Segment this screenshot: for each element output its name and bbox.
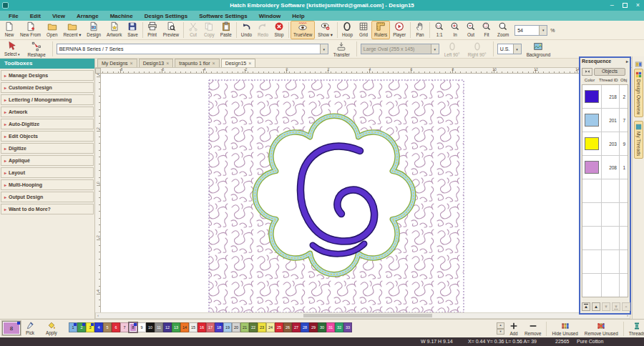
hoop-button[interactable]: Hoop: [339, 21, 356, 39]
zoom-level-combobox[interactable]: 54 ▾: [514, 25, 547, 36]
palette-swatch-31[interactable]: 31: [326, 322, 335, 332]
palette-swatch-11[interactable]: 11: [155, 322, 163, 332]
palette-swatch-17[interactable]: 17: [206, 322, 215, 332]
zoom-button[interactable]: Zoom: [494, 21, 512, 39]
palette-swatch-19[interactable]: 19: [223, 322, 232, 332]
side-tab-my-threads[interactable]: My Threads: [634, 121, 643, 159]
menu-edit[interactable]: Edit: [24, 11, 47, 21]
fit-button[interactable]: Fit: [479, 21, 494, 39]
machine-combobox[interactable]: BERNINA 8 Series / 7 Series ▾: [57, 44, 328, 54]
palette-swatch-18[interactable]: 18: [215, 322, 223, 332]
palette-swatch-4[interactable]: 4: [94, 322, 103, 332]
palette-swatch-21[interactable]: 21: [240, 322, 249, 332]
close-button[interactable]: ×: [636, 1, 640, 9]
menu-help[interactable]: Help: [286, 11, 310, 21]
close-tab-icon[interactable]: ×: [213, 61, 215, 66]
restore-button[interactable]: [623, 3, 628, 8]
palette-swatch-12[interactable]: 12: [163, 322, 172, 332]
resequence-row[interactable]: 2182: [582, 85, 628, 109]
thread-color-chip[interactable]: [585, 161, 599, 174]
palette-swatch-1[interactable]: 1: [69, 322, 77, 332]
thread-color-chip[interactable]: [585, 114, 599, 127]
chevron-down-icon[interactable]: ▾: [513, 44, 521, 54]
toolbox-layout[interactable]: ▸Layout: [1, 167, 94, 178]
trueview-button[interactable]: TrueView: [291, 21, 315, 39]
scrollbar-thumb[interactable]: [303, 314, 432, 317]
pan-button[interactable]: Pan: [412, 21, 428, 39]
remove-unused-button[interactable]: Remove Unused: [583, 321, 620, 337]
resequence-move-to-top-button[interactable]: ▲: [582, 302, 590, 311]
apply-button[interactable]: Apply: [44, 320, 59, 336]
units-combobox[interactable]: U.S. ▾: [497, 44, 522, 54]
palette-swatch-25[interactable]: 25: [275, 322, 283, 332]
palette-swatch-5[interactable]: 5: [103, 322, 112, 332]
hide-unused-button[interactable]: Hide Unused: [550, 321, 579, 337]
menu-window[interactable]: Window: [253, 11, 287, 21]
open-button[interactable]: Open: [44, 21, 60, 39]
undo-button[interactable]: Undo: [238, 21, 255, 39]
show-button[interactable]: Show ▾: [315, 21, 336, 39]
select-button[interactable]: Select ▾: [1, 39, 22, 59]
palette-swatch-16[interactable]: 16: [197, 322, 206, 332]
toolbox-auto-digitize[interactable]: ▸Auto-Digitize: [1, 119, 94, 129]
tab-design13[interactable]: Design13×: [139, 59, 174, 67]
close-tab-icon[interactable]: ×: [166, 61, 169, 66]
tab-design15[interactable]: Design15×: [221, 59, 256, 67]
side-tab-design-overview[interactable]: Design Overview: [634, 69, 643, 117]
in-button[interactable]: In: [447, 21, 463, 39]
toolbox-multi-hooping[interactable]: ▸Multi-Hooping: [1, 179, 94, 190]
palette-swatch-24[interactable]: 24: [266, 322, 275, 332]
resequence-row[interactable]: 2017: [582, 109, 628, 132]
palette-swatch-15[interactable]: 15: [189, 322, 197, 332]
palette-swatch-14[interactable]: 14: [180, 322, 189, 332]
palette-swatch-22[interactable]: 22: [249, 322, 258, 332]
current-color-swatch[interactable]: 8: [2, 321, 21, 335]
palette-swatch-13[interactable]: 13: [172, 322, 180, 332]
threads-button[interactable]: Threads: [628, 321, 644, 337]
chevron-down-icon[interactable]: ▾: [320, 44, 328, 54]
palette-swatch-26[interactable]: 26: [283, 322, 292, 332]
close-tab-icon[interactable]: ×: [130, 61, 133, 66]
print-button[interactable]: Print: [145, 21, 160, 39]
chevron-down-icon[interactable]: ▾: [539, 26, 547, 35]
palette-swatch-2[interactable]: 2: [77, 322, 86, 332]
background-button[interactable]: Background: [524, 39, 554, 59]
palette-swatch-23[interactable]: 23: [258, 322, 266, 332]
rulers-button[interactable]: Rulers: [371, 21, 390, 39]
resequence-row[interactable]: 2039: [582, 132, 628, 156]
horizontal-scrollbar[interactable]: ‹ ›: [95, 312, 630, 319]
menu-software-settings[interactable]: Software Settings: [193, 11, 253, 21]
color-sequence-button[interactable]: [582, 68, 592, 76]
palette-swatch-6[interactable]: 6: [112, 322, 120, 332]
minimize-button[interactable]: –: [610, 1, 614, 9]
menu-file[interactable]: File: [3, 11, 24, 21]
menu-arrange[interactable]: Arrange: [71, 11, 104, 21]
palette-swatch-3[interactable]: 3: [86, 322, 94, 332]
palette-swatch-7[interactable]: 7: [120, 322, 129, 332]
toolbox-edit-objects[interactable]: ▸Edit Objects: [1, 131, 94, 142]
palette-swatch-28[interactable]: 28: [301, 322, 309, 332]
tab-trapunto-1-flor[interactable]: trapunto 1 flor×: [175, 59, 219, 67]
palette-swatch-10[interactable]: 10: [146, 322, 155, 332]
design-button[interactable]: Design: [84, 21, 104, 39]
toolbox-customize-design[interactable]: ▸Customize Design: [1, 82, 94, 93]
chevron-down-icon[interactable]: ▾: [17, 52, 20, 56]
close-tab-icon[interactable]: ×: [248, 61, 251, 66]
player-button[interactable]: Player: [390, 21, 409, 39]
palette-swatch-29[interactable]: 29: [309, 322, 318, 332]
toolbox-output-design[interactable]: ▸Output Design: [1, 192, 94, 202]
recent-button[interactable]: Recent ▾: [60, 21, 84, 39]
thread-color-chip[interactable]: [585, 90, 599, 103]
paste-button[interactable]: Paste: [218, 21, 235, 39]
menu-design-settings[interactable]: Design Settings: [139, 11, 193, 21]
out-button[interactable]: Out: [463, 21, 479, 39]
palette-swatch-30[interactable]: 30: [318, 322, 326, 332]
toolbox-appliqu[interactable]: ▸Appliqué: [1, 155, 94, 166]
menu-view[interactable]: View: [47, 11, 71, 21]
1-1-button[interactable]: 1:11:1: [431, 21, 447, 39]
objects-button[interactable]: Objects: [594, 68, 625, 76]
toolbox-want-to-do-more[interactable]: ▸Want to do More?: [1, 204, 94, 214]
transfer-button[interactable]: Transfer: [331, 39, 353, 59]
toolbox-manage-designs[interactable]: ▸Manage Designs: [1, 70, 94, 81]
stop-button[interactable]: Stop: [271, 21, 287, 39]
